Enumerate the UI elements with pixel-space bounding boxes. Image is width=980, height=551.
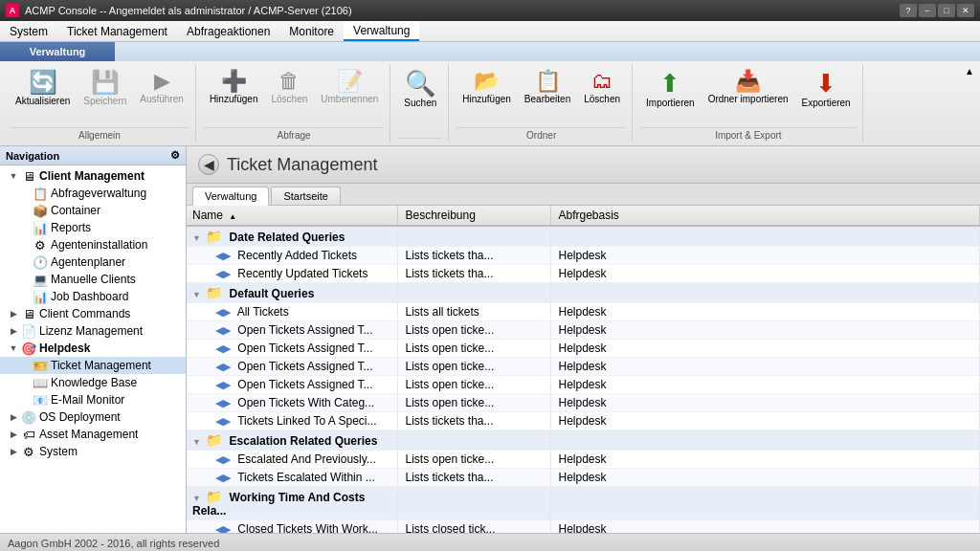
- nav-item-reports[interactable]: 📊 Reports: [0, 219, 186, 236]
- toggle-icon: ▶: [8, 325, 19, 337]
- folder-delete-icon: 🗂: [591, 71, 612, 92]
- table-row[interactable]: ▼ 📁 Default Queries: [187, 283, 980, 303]
- row-basis: Helpdesk: [550, 340, 980, 358]
- row-basis: Helpdesk: [550, 321, 980, 340]
- table-row[interactable]: ▼ 📁 Date Related Queries: [187, 226, 980, 247]
- ribbon-tab-verwaltung-header[interactable]: Verwaltung: [0, 42, 115, 61]
- nav-item-helpdesk[interactable]: ▼ 🎯 Helpdesk: [0, 340, 186, 357]
- ribbon-group-allgemein-label: Allgemein: [10, 127, 189, 141]
- maximize-button[interactable]: □: [938, 4, 955, 17]
- row-name: ◀▶ Open Tickets Assigned T...: [187, 376, 397, 394]
- table-row[interactable]: ◀▶ Tickets Escalated Within ... Lists ti…: [187, 469, 980, 487]
- table-row[interactable]: ◀▶ Open Tickets Assigned T... Lists open…: [187, 358, 980, 376]
- folder-icon: 📁: [206, 229, 222, 244]
- hinzufugen-abfrage-button[interactable]: ➕ Hinzufügen: [204, 68, 264, 107]
- table-row[interactable]: ◀▶ Recently Added Tickets Lists tickets …: [187, 247, 980, 265]
- table-row[interactable]: ▼ 📁 Working Time And Costs Rela...: [187, 487, 980, 520]
- table-row[interactable]: ◀▶ Open Tickets Assigned T... Lists open…: [187, 340, 980, 358]
- suchen-button[interactable]: 🔍 Suchen: [398, 68, 442, 111]
- nav-item-client-management[interactable]: ▼ 🖥 Client Management: [0, 167, 186, 185]
- table-row[interactable]: ◀▶ Closed Tickets With Work... Lists clo…: [187, 520, 980, 534]
- ribbon-group-import-export: ⬆ Importieren 📥 Ordner importieren ⬇ Exp…: [635, 64, 863, 143]
- nav-item-asset-management[interactable]: ▶ 🏷 Asset Management: [0, 426, 186, 443]
- minimize-button[interactable]: −: [919, 4, 936, 17]
- nav-item-abfrageverwaltung[interactable]: 📋 Abfrageverwaltung: [0, 185, 186, 202]
- row-desc: [397, 430, 550, 451]
- import-icon: ⬆: [659, 71, 680, 96]
- ribbon-collapse-button[interactable]: ▲: [963, 64, 976, 78]
- query-icon: ◀▶: [215, 397, 231, 408]
- refresh-icon: 🔄: [29, 71, 57, 94]
- loschen-abfrage-button[interactable]: 🗑 Löschen: [265, 68, 313, 107]
- window-controls[interactable]: ? − □ ✕: [900, 4, 974, 17]
- row-desc: [397, 226, 550, 247]
- row-desc: [397, 487, 550, 520]
- exportieren-button[interactable]: ⬇ Exportieren: [796, 68, 857, 111]
- nav-item-email-monitor[interactable]: 📧 E-Mail Monitor: [0, 391, 186, 408]
- nav-item-agenteninstallation[interactable]: ⚙ Agenteninstallation: [0, 236, 186, 253]
- nav-item-agentenplaner[interactable]: 🕐 Agentenplaner: [0, 253, 186, 271]
- table-row[interactable]: ◀▶ Open Tickets Assigned T... Lists open…: [187, 321, 980, 340]
- table-row[interactable]: ◀▶ Escalated And Previously... Lists ope…: [187, 451, 980, 469]
- ribbon-group-abfrage: ➕ Hinzufügen 🗑 Löschen 📝 Umbenennen Abfr…: [198, 64, 390, 143]
- queries-table: Name ▲ Beschreibung Abfrgebasis ▼ 📁 Date…: [187, 206, 980, 533]
- table-row[interactable]: ◀▶ Tickets Linked To A Speci... Lists ti…: [187, 412, 980, 430]
- nav-item-system[interactable]: ▶ ⚙ System: [0, 443, 186, 460]
- nav-item-client-commands[interactable]: ▶ 🖥 Client Commands: [0, 305, 186, 322]
- tab-verwaltung[interactable]: Verwaltung: [192, 187, 269, 206]
- nav-title: Navigation: [6, 150, 59, 162]
- toggle-icon: ▶: [8, 446, 19, 457]
- back-button[interactable]: ◀: [198, 154, 219, 175]
- scheduler-icon: 🕐: [33, 254, 48, 270]
- nav-item-ticket-management[interactable]: 🎫 Ticket Management: [0, 357, 186, 374]
- col-name[interactable]: Name ▲: [187, 206, 397, 226]
- col-abfrgebasis[interactable]: Abfrgebasis: [550, 206, 980, 226]
- nav-item-os-deployment[interactable]: ▶ 💿 OS Deployment: [0, 408, 186, 426]
- row-desc: Lists open ticke...: [397, 340, 550, 358]
- importieren-button[interactable]: ⬆ Importieren: [640, 68, 701, 111]
- ribbon-group-abfrage-label: Abfrage: [204, 127, 384, 141]
- query-icon: ◀▶: [215, 472, 231, 483]
- menu-abfrageaktionen[interactable]: Abfrageaktionen: [177, 21, 279, 41]
- spacer: [19, 360, 31, 371]
- menu-monitore[interactable]: Monitore: [279, 21, 344, 41]
- row-basis: Helpdesk: [550, 451, 980, 469]
- table-row[interactable]: ▼ 📁 Escalation Related Queries: [187, 430, 980, 451]
- nav-item-manuelle-clients[interactable]: 💻 Manuelle Clients: [0, 271, 186, 288]
- content-title: Ticket Management: [227, 155, 377, 175]
- hinzufugen-ordner-button[interactable]: 📂 Hinzufügen: [457, 68, 517, 107]
- ausfuhren-button[interactable]: ▶ Ausführen: [134, 68, 189, 107]
- nav-item-lizenz-mgmt[interactable]: ▶ 📄 Lizenz Management: [0, 322, 186, 340]
- row-name: ◀▶ Open Tickets With Categ...: [187, 394, 397, 412]
- aktualisieren-button[interactable]: 🔄 Aktualisieren: [10, 68, 76, 109]
- menu-verwaltung[interactable]: Verwaltung: [344, 21, 419, 41]
- table-row[interactable]: ◀▶ Open Tickets With Categ... Lists open…: [187, 394, 980, 412]
- spacer: [19, 274, 31, 285]
- menu-ticket-management[interactable]: Ticket Management: [57, 21, 177, 41]
- col-beschreibung[interactable]: Beschreibung: [397, 206, 550, 226]
- speichern-button[interactable]: 💾 Speichern: [78, 68, 132, 109]
- content-header: ◀ Ticket Management: [187, 146, 980, 184]
- nav-item-knowledge-base[interactable]: 📖 Knowledge Base: [0, 374, 186, 391]
- nav-config-icon[interactable]: ⚙: [170, 149, 180, 162]
- query-icon: ◀▶: [215, 523, 231, 533]
- table-row[interactable]: ◀▶ Open Tickets Assigned T... Lists open…: [187, 376, 980, 394]
- nav-item-job-dashboard[interactable]: 📊 Job Dashboard: [0, 288, 186, 305]
- umbenennen-button[interactable]: 📝 Umbenennen: [315, 68, 384, 107]
- table-row[interactable]: ◀▶ All Tickets Lists all tickets Helpdes…: [187, 303, 980, 321]
- menu-system[interactable]: System: [0, 21, 57, 41]
- row-name: ▼ 📁 Working Time And Costs Rela...: [187, 487, 397, 520]
- help-button[interactable]: ?: [900, 4, 917, 17]
- container-icon: 📦: [33, 203, 48, 218]
- table-row[interactable]: ◀▶ Recently Updated Tickets Lists ticket…: [187, 265, 980, 283]
- row-name: ▼ 📁 Default Queries: [187, 283, 397, 303]
- bearbeiten-ordner-button[interactable]: 📋 Bearbeiten: [519, 68, 576, 107]
- status-text: Aagon GmbH 2002 - 2016, all rights reser…: [8, 538, 219, 549]
- loschen-ordner-button[interactable]: 🗂 Löschen: [578, 68, 626, 107]
- nav-header: Navigation ⚙: [0, 146, 186, 165]
- nav-item-container[interactable]: 📦 Container: [0, 202, 186, 219]
- tab-startseite[interactable]: Startseite: [271, 187, 340, 205]
- close-button[interactable]: ✕: [957, 4, 974, 17]
- ordner-importieren-button[interactable]: 📥 Ordner importieren: [702, 68, 794, 107]
- ribbon: Verwaltung 🔄 Aktualisieren 💾 Speichern ▶…: [0, 42, 980, 146]
